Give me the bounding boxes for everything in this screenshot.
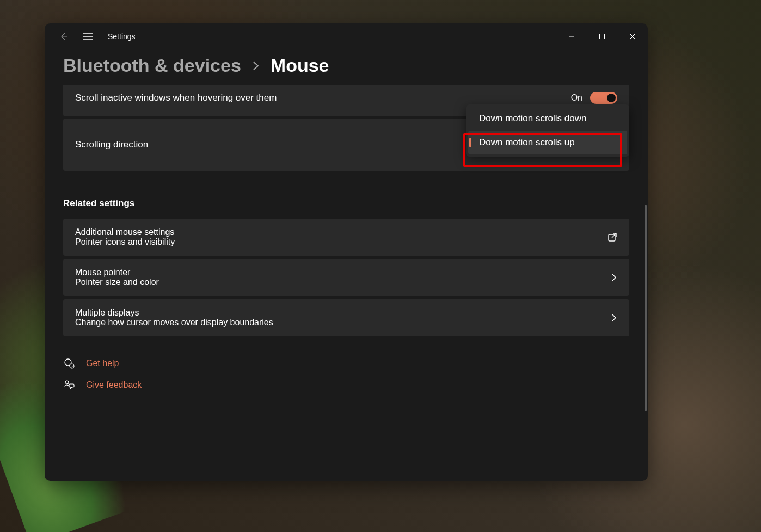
footer-links: ? Get help Give feedback	[63, 358, 629, 391]
svg-point-5	[65, 381, 69, 384]
additional-mouse-settings-row[interactable]: Additional mouse settings Pointer icons …	[63, 219, 629, 256]
close-button[interactable]	[617, 23, 648, 50]
scroll-direction-dropdown: Down motion scrolls down Down motion scr…	[466, 104, 629, 157]
back-button[interactable]	[54, 27, 73, 46]
related-settings-heading: Related settings	[63, 198, 629, 209]
feedback-icon	[63, 380, 75, 391]
window-controls	[556, 23, 648, 50]
titlebar: Settings	[45, 23, 648, 50]
link-title: Multiple displays	[75, 308, 273, 318]
link-title: Additional mouse settings	[75, 227, 175, 237]
toggle-knob	[607, 94, 616, 102]
scroll-direction-label: Scrolling direction	[75, 139, 148, 150]
link-subtitle: Pointer icons and visibility	[75, 237, 175, 247]
minimize-button[interactable]	[556, 23, 587, 50]
link-subtitle: Change how cursor moves over display bou…	[75, 318, 273, 327]
settings-content: Scroll inactive windows when hovering ov…	[45, 85, 648, 481]
scroll-inactive-toggle[interactable]	[590, 92, 617, 104]
close-icon	[629, 33, 636, 40]
scrollbar[interactable]	[645, 205, 647, 411]
link-subtitle: Pointer size and color	[75, 277, 159, 287]
hamburger-icon	[83, 33, 93, 40]
minimize-icon	[568, 33, 575, 40]
give-feedback-label: Give feedback	[86, 380, 142, 390]
help-icon: ?	[63, 358, 75, 369]
dropdown-option-down[interactable]: Down motion scrolls down	[468, 107, 627, 131]
maximize-button[interactable]	[587, 23, 617, 50]
open-external-icon	[607, 232, 617, 242]
get-help-link[interactable]: ? Get help	[63, 358, 629, 369]
mouse-pointer-row[interactable]: Mouse pointer Pointer size and color	[63, 259, 629, 296]
app-title: Settings	[108, 32, 136, 41]
scroll-inactive-label: Scroll inactive windows when hovering ov…	[75, 92, 277, 103]
dropdown-option-up[interactable]: Down motion scrolls up	[468, 131, 627, 154]
arrow-left-icon	[59, 32, 68, 41]
breadcrumb-current: Mouse	[271, 55, 329, 76]
breadcrumb-parent[interactable]: Bluetooth & devices	[63, 55, 241, 76]
maximize-icon	[599, 33, 605, 40]
settings-window: Settings Bluetooth & devices Mouse Scrol…	[45, 23, 648, 481]
breadcrumb: Bluetooth & devices Mouse	[45, 50, 648, 85]
give-feedback-link[interactable]: Give feedback	[63, 380, 629, 391]
link-title: Mouse pointer	[75, 268, 159, 277]
svg-rect-0	[600, 34, 605, 39]
get-help-label: Get help	[86, 358, 119, 368]
chevron-right-icon	[611, 273, 617, 282]
svg-rect-6	[69, 384, 74, 387]
toggle-state-text: On	[571, 93, 582, 103]
multiple-displays-row[interactable]: Multiple displays Change how cursor move…	[63, 299, 629, 336]
nav-menu-button[interactable]	[78, 27, 97, 46]
chevron-right-icon	[252, 60, 260, 71]
chevron-right-icon	[611, 313, 617, 322]
